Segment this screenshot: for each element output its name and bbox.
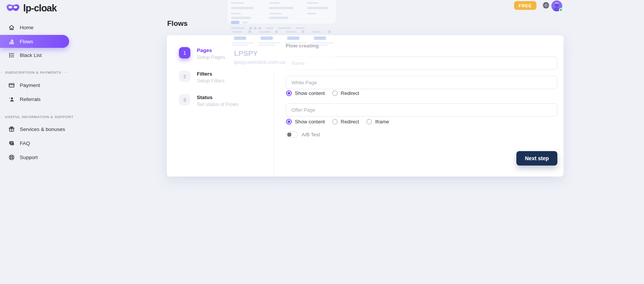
radio-selected-icon (286, 90, 292, 96)
faq-bubble-icon: ?! (8, 140, 15, 147)
language-globe-icon[interactable] (542, 2, 550, 10)
ghost-form-panel (228, 0, 336, 24)
radio-label: Redirect (341, 90, 359, 96)
sidebar-item-referrals[interactable]: Referrals (0, 93, 69, 106)
radio-label: Iframe (375, 119, 389, 125)
radio-unselected-icon (332, 90, 338, 96)
home-icon (8, 24, 15, 31)
radio-selected-icon (286, 119, 292, 125)
step-title: Status (197, 95, 239, 100)
list-icon (8, 52, 15, 58)
mask-icon (6, 3, 20, 14)
sidebar-item-label: Support (20, 155, 38, 160)
sidebar-item-support[interactable]: Support (0, 151, 69, 164)
card-divider (274, 35, 274, 177)
sidebar-item-label: FAQ (20, 140, 30, 146)
svg-text:?!: ?! (10, 141, 13, 144)
ab-test-toggle-row: A/B Test (286, 131, 320, 138)
step-pages[interactable]: 1 Pages Setup Pages (179, 47, 225, 60)
sidebar-item-label: Payment (20, 82, 40, 88)
credit-card-icon (8, 82, 15, 88)
sidebar-item-label: Flows (20, 39, 33, 44)
step-number-badge: 2 (179, 71, 190, 82)
brand-name: lp-cloak (23, 3, 57, 14)
radio-label: Redirect (341, 119, 359, 125)
step-subtitle: Set status of Flows (197, 101, 239, 107)
ab-test-toggle[interactable] (286, 131, 298, 138)
radio-label: Show content (295, 119, 325, 125)
step-subtitle: Setup Pages (197, 54, 225, 60)
user-avatar[interactable] (551, 0, 562, 11)
sidebar-section-subscription: SUBSCRIPTION & PAYMENTS (0, 70, 69, 74)
step-filters[interactable]: 2 Filters Setup Filters (179, 71, 225, 84)
ab-test-label: A/B Test (302, 132, 320, 137)
flows-icon (8, 38, 15, 45)
sidebar-item-payment[interactable]: Payment (0, 79, 69, 92)
sidebar-item-black-list[interactable]: Black List (0, 49, 69, 62)
white-page-mode-group: Show content Redirect (286, 90, 359, 96)
step-number-badge: 1 (179, 47, 190, 58)
form-title: Flow creating (286, 43, 319, 49)
referral-user-icon (8, 96, 15, 103)
step-status[interactable]: 3 Status Set status of Flows (179, 94, 239, 107)
radio-offer-redirect[interactable]: Redirect (332, 119, 359, 125)
plan-badge[interactable]: FREE (514, 1, 536, 10)
radio-unselected-icon (332, 119, 338, 125)
sidebar-section-support: USEFUL INFORMATION & SUPPORT (0, 115, 69, 119)
offer-page-input[interactable] (286, 103, 557, 117)
radio-white-show-content[interactable]: Show content (286, 90, 325, 96)
sidebar-item-home[interactable]: Home (0, 21, 69, 34)
radio-white-redirect[interactable]: Redirect (332, 90, 359, 96)
page-title: Flows (167, 19, 188, 28)
step-title: Filters (197, 71, 225, 77)
sidebar-item-label: Home (20, 25, 33, 30)
sidebar-item-label: Services & bonuses (20, 126, 65, 132)
sidebar-item-faq[interactable]: ?! FAQ (0, 137, 69, 150)
radio-offer-iframe[interactable]: Iframe (366, 119, 389, 125)
step-number-badge: 3 (179, 94, 190, 106)
lifering-icon (8, 154, 15, 161)
step-title: Pages (197, 47, 225, 53)
offer-page-mode-group: Show content Redirect Iframe (286, 119, 389, 125)
name-input[interactable] (286, 57, 557, 70)
flow-creating-card: 1 Pages Setup Pages 2 Filters Setup Filt… (167, 35, 563, 177)
sidebar-item-flows[interactable]: Flows (0, 35, 69, 48)
next-step-button[interactable]: Next step (516, 151, 557, 166)
brand-logo[interactable]: lp-cloak (6, 3, 57, 14)
sidebar-item-services[interactable]: Services & bonuses (0, 123, 69, 136)
gift-icon (8, 126, 15, 133)
sidebar-item-label: Black List (20, 52, 42, 58)
radio-label: Show content (295, 90, 325, 96)
white-page-input[interactable] (286, 76, 557, 89)
radio-offer-show-content[interactable]: Show content (286, 119, 325, 125)
radio-unselected-icon (366, 119, 372, 125)
online-status-dot (559, 8, 563, 12)
toggle-knob (287, 133, 291, 137)
step-subtitle: Setup Filters (197, 78, 225, 84)
sidebar-item-label: Referrals (20, 96, 41, 102)
app-root: lp-cloak Home Flows Black List SUBSCRIPT… (0, 0, 644, 284)
